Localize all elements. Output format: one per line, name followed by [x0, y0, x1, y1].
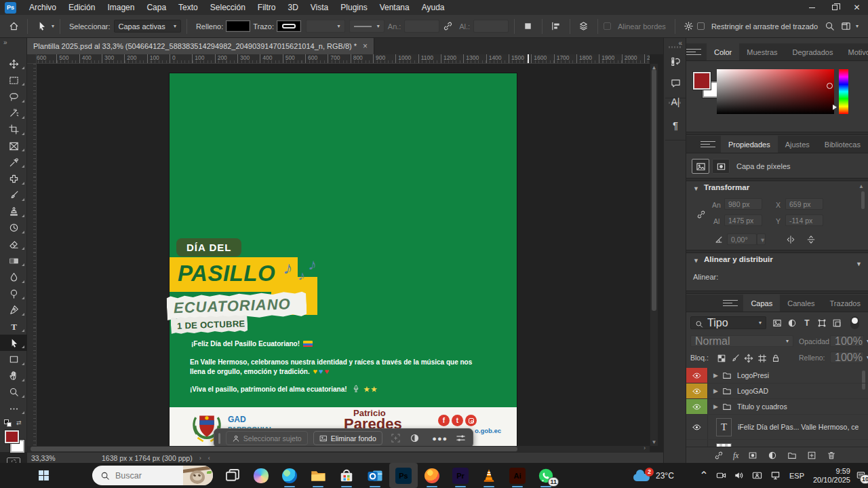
menu-item[interactable]: Capa: [140, 0, 172, 15]
eraser-tool[interactable]: [0, 236, 27, 252]
properties-icon[interactable]: [453, 431, 469, 445]
collapse-section-icon[interactable]: ▼: [693, 257, 699, 264]
canvas-pasteboard[interactable]: DÍA DEL PASILLO ♪ ♪ ♪ ECUATORIANO 1 DE O…: [37, 64, 650, 446]
default-colors-icon[interactable]: [4, 419, 12, 428]
panel-tab[interactable]: Motivos: [840, 43, 868, 60]
panel-tab[interactable]: Trazados: [823, 295, 868, 312]
more-options-icon[interactable]: ●●●: [432, 434, 448, 443]
gradient-tool[interactable]: [0, 252, 27, 269]
move-tool[interactable]: [0, 56, 27, 72]
visibility-toggle[interactable]: [686, 415, 708, 439]
constrain-path-checkbox[interactable]: [697, 22, 705, 30]
whatsapp[interactable]: 11: [532, 463, 560, 488]
swap-colors-icon[interactable]: ⇄: [16, 419, 22, 426]
menu-item[interactable]: Selección: [204, 0, 252, 15]
character-panel-icon[interactable]: A|: [667, 94, 684, 110]
explorer[interactable]: [304, 463, 332, 488]
cast-icon[interactable]: [747, 463, 766, 488]
layer-row[interactable]: ▶ T iFeliz Día del Pas... Valle Hermoso,…: [686, 415, 868, 440]
outlook[interactable]: [361, 463, 389, 488]
panel-menu-icon[interactable]: [701, 141, 715, 147]
menu-item[interactable]: Archivo: [23, 0, 62, 15]
meet-now-icon[interactable]: [712, 463, 730, 488]
collapse-section-icon[interactable]: ▼: [693, 185, 699, 192]
add-mask-icon[interactable]: [747, 450, 758, 461]
document-canvas[interactable]: DÍA DEL PASILLO ♪ ♪ ♪ ECUATORIANO 1 DE O…: [170, 73, 517, 446]
workspace-icon[interactable]: [837, 18, 854, 35]
scroll-up-icon[interactable]: ▲: [859, 183, 864, 189]
ruler-corner[interactable]: [27, 54, 37, 64]
visibility-toggle[interactable]: [686, 399, 708, 414]
panel-tab[interactable]: Canales: [780, 295, 822, 312]
menu-item[interactable]: 3D: [281, 0, 304, 15]
hue-slider-marker[interactable]: [833, 105, 837, 110]
language-indicator[interactable]: ESP: [784, 463, 810, 488]
contextual-task-bar[interactable]: Seleccionar sujeto Eliminar fondo ●●●: [214, 428, 473, 446]
lock-all-icon[interactable]: [770, 353, 781, 364]
layer-filter-dropdown[interactable]: Tipo▾: [690, 316, 766, 329]
panel-tab[interactable]: Ajustes: [778, 136, 817, 153]
select-mode-dropdown[interactable]: Capas activas▾: [114, 20, 181, 33]
adjustments-icon[interactable]: [408, 431, 423, 445]
visibility-toggle[interactable]: [686, 440, 708, 447]
pixel-layer-icon[interactable]: [692, 159, 709, 174]
marquee-tool[interactable]: [0, 72, 27, 88]
paragraph-panel-icon[interactable]: ¶: [667, 117, 684, 133]
menu-item[interactable]: Filtro: [252, 0, 282, 15]
taskview[interactable]: [218, 463, 247, 488]
taskbar-search[interactable]: [92, 466, 213, 485]
minimize-button[interactable]: [801, 0, 823, 15]
filter-type-layers-icon[interactable]: T: [802, 318, 812, 329]
tray-chevron-up-icon[interactable]: ⌃: [697, 463, 711, 488]
crop-tool[interactable]: [0, 121, 27, 138]
lock-artboard-icon[interactable]: [757, 353, 768, 364]
notification-center-icon[interactable]: 10: [853, 463, 868, 488]
zoom-tool[interactable]: [0, 384, 27, 400]
panel-menu-icon[interactable]: [686, 49, 701, 55]
brush-tool[interactable]: [0, 187, 27, 204]
hand-tool[interactable]: [0, 368, 27, 384]
active-tool-icon[interactable]: [33, 18, 50, 35]
new-layer-icon[interactable]: [806, 450, 817, 461]
foreground-color-swatch[interactable]: [5, 430, 19, 443]
document-tab[interactable]: Plantilla 2025.psd al 33,3% (504664122_5…: [27, 38, 374, 54]
filter-adjustment-layers-icon[interactable]: [787, 318, 797, 329]
flip-vertical-icon[interactable]: [806, 234, 816, 245]
blur-tool[interactable]: [0, 269, 27, 285]
visibility-toggle[interactable]: [686, 368, 708, 383]
filter-shape-layers-icon[interactable]: [816, 318, 827, 329]
filter-toggle[interactable]: [850, 316, 859, 329]
link-dimensions-icon[interactable]: [439, 18, 456, 35]
restore-button[interactable]: [823, 0, 846, 15]
path-alignment-icon[interactable]: [548, 18, 564, 35]
horizontal-ruler[interactable]: 6005004003002001000100200300400500600700…: [37, 54, 650, 64]
store[interactable]: [332, 463, 361, 488]
history-brush-tool[interactable]: [0, 220, 27, 236]
menu-item[interactable]: Plugins: [334, 0, 373, 15]
filter-pixel-layers-icon[interactable]: [772, 318, 783, 329]
new-group-icon[interactable]: [787, 450, 797, 461]
menu-item[interactable]: Ventana: [374, 0, 416, 15]
comments-panel-icon[interactable]: [667, 75, 684, 91]
horizontal-scrollbar[interactable]: ›: [27, 446, 650, 452]
home-icon[interactable]: [5, 18, 22, 35]
healing-tool[interactable]: [0, 170, 27, 187]
vertical-ruler[interactable]: [27, 64, 37, 446]
layer-effects-icon[interactable]: fx: [733, 451, 738, 459]
more-tool[interactable]: [0, 400, 27, 417]
stamp-tool[interactable]: [0, 204, 27, 220]
start-button[interactable]: [31, 466, 56, 485]
menu-item[interactable]: Edición: [62, 0, 101, 15]
menu-item[interactable]: Ayuda: [416, 0, 451, 15]
panel-menu-icon[interactable]: [723, 300, 738, 306]
expand-group-icon[interactable]: ▶: [713, 372, 718, 379]
layer-row[interactable]: ▶ T Titulo y cuadros: [686, 399, 868, 415]
stroke-swatch[interactable]: [277, 21, 300, 31]
gear-icon[interactable]: [681, 18, 697, 35]
filter-smart-objects-icon[interactable]: [831, 318, 842, 329]
panel-tab[interactable]: Color: [707, 43, 739, 60]
layer-row[interactable]: ▶ T LogoPresi: [686, 368, 868, 383]
visibility-toggle[interactable]: [686, 383, 708, 398]
foreground-color-swatch[interactable]: [693, 72, 711, 90]
vlc[interactable]: [475, 463, 503, 488]
